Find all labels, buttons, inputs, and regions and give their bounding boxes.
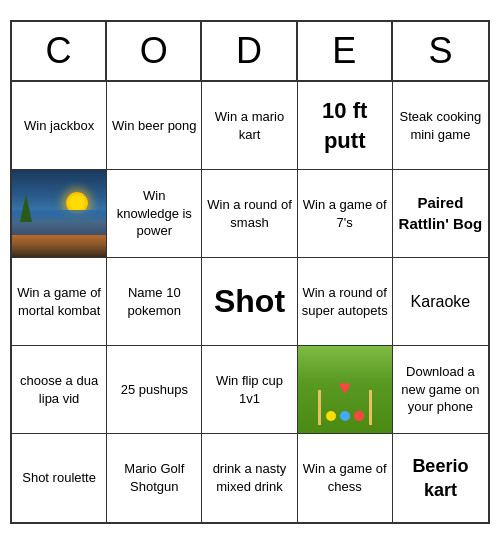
cell-18[interactable]: Win flip cup 1v1 xyxy=(202,346,297,434)
cell-21[interactable]: Shot roulette xyxy=(12,434,107,522)
cell-25[interactable]: Beerio kart xyxy=(393,434,488,522)
bocce-image: ♥ xyxy=(298,346,392,433)
cell-20[interactable]: Download a new game on your phone xyxy=(393,346,488,434)
tree-decoration xyxy=(20,194,32,222)
header-letter-c: C xyxy=(12,22,107,80)
cell-24[interactable]: Win a game of chess xyxy=(298,434,393,522)
cell-19[interactable]: ♥ xyxy=(298,346,393,434)
header-letter-s: S xyxy=(393,22,488,80)
cell-10[interactable]: Paired Rattlin' Bog xyxy=(393,170,488,258)
cell-17[interactable]: 25 pushups xyxy=(107,346,202,434)
bingo-grid: Win jackbox Win beer pong Win a mario ka… xyxy=(12,82,488,522)
cell-2[interactable]: Win beer pong xyxy=(107,82,202,170)
cell-6[interactable] xyxy=(12,170,107,258)
cell-5[interactable]: Steak cooking mini game xyxy=(393,82,488,170)
ball-1 xyxy=(326,411,336,421)
ball-3 xyxy=(354,411,364,421)
bocce-balls xyxy=(326,411,364,421)
cell-23[interactable]: drink a nasty mixed drink xyxy=(202,434,297,522)
cell-3[interactable]: Win a mario kart xyxy=(202,82,297,170)
cell-7[interactable]: Win knowledge is power xyxy=(107,170,202,258)
cell-4[interactable]: 10 ft putt xyxy=(298,82,393,170)
bingo-header: C O D E S xyxy=(12,22,488,82)
cell-14[interactable]: Win a round of super autopets xyxy=(298,258,393,346)
cell-12[interactable]: Name 10 pokemon xyxy=(107,258,202,346)
header-letter-o: O xyxy=(107,22,202,80)
cell-8[interactable]: Win a round of smash xyxy=(202,170,297,258)
pole-left xyxy=(318,390,321,425)
pole-right xyxy=(369,390,372,425)
cell-13[interactable]: Shot xyxy=(202,258,297,346)
cell-11[interactable]: Win a game of mortal kombat xyxy=(12,258,107,346)
cell-1[interactable]: Win jackbox xyxy=(12,82,107,170)
landscape-image xyxy=(12,170,106,257)
cell-9[interactable]: Win a game of 7's xyxy=(298,170,393,258)
cell-22[interactable]: Mario Golf Shotgun xyxy=(107,434,202,522)
cell-15[interactable]: Karaoke xyxy=(393,258,488,346)
header-letter-d: D xyxy=(202,22,297,80)
cell-16[interactable]: choose a dua lipa vid xyxy=(12,346,107,434)
heart-decoration: ♥ xyxy=(339,374,351,400)
ball-2 xyxy=(340,411,350,421)
header-letter-e: E xyxy=(298,22,393,80)
bingo-card: C O D E S Win jackbox Win beer pong Win … xyxy=(10,20,490,524)
